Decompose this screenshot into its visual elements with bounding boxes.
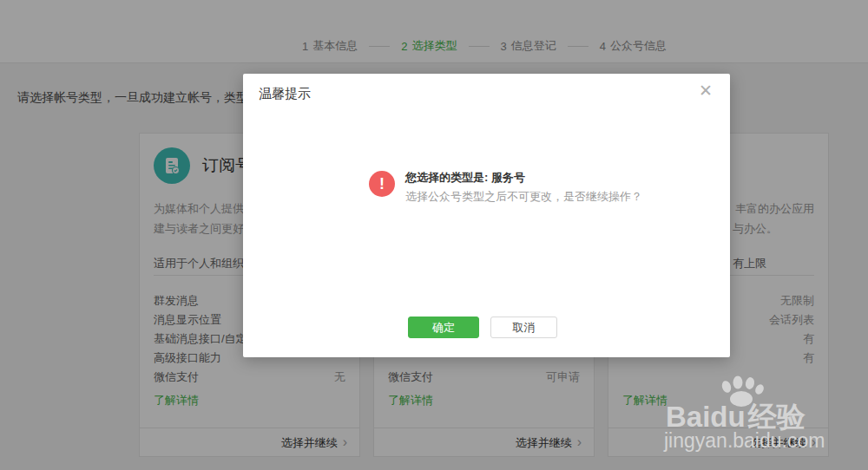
dialog-message: 您选择的类型是: 服务号 选择公众号类型之后不可更改，是否继续操作？ [405,169,642,206]
dialog-buttons: 确定 取消 [408,317,557,338]
dialog-message-line1: 您选择的类型是: 服务号 [405,169,642,186]
confirm-button[interactable]: 确定 [408,317,479,338]
confirm-dialog: 温馨提示 ✕ ! 您选择的类型是: 服务号 选择公众号类型之后不可更改，是否继续… [243,74,730,357]
page: 1 基本信息 2 选择类型 3 信息登记 4 公众号信息 请选择帐号类型，一旦成… [0,0,868,470]
close-icon[interactable]: ✕ [699,82,713,99]
dialog-message-line2: 选择公众号类型之后不可更改，是否继续操作？ [405,188,642,206]
watermark-url: jingyan.baidu.com [664,429,825,453]
watermark-brand-jingyan: 经验 [748,401,806,433]
exclamation-icon: ! [369,171,395,197]
dialog-title: 温馨提示 [259,86,311,102]
cancel-button[interactable]: 取消 [490,317,557,338]
watermark-brand-du: du [710,401,745,433]
watermark-brand-bai: Bai [666,401,710,433]
baidu-jingyan-watermark: Baidu经验 jingyan.baidu.com [662,375,836,458]
